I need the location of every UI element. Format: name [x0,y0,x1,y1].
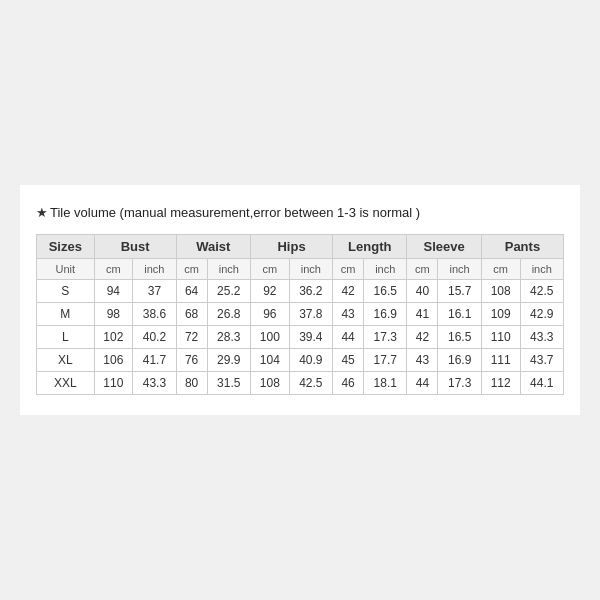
table-row: XL10641.77629.910440.94517.74316.911143.… [37,349,564,372]
size-label: XL [37,349,95,372]
cell-value: 37.8 [289,303,332,326]
cell-value: 42.9 [520,303,564,326]
size-table: Sizes Bust Waist Hips Length Sleeve Pant… [36,234,564,395]
table-row: XXL11043.38031.510842.54618.14417.311244… [37,372,564,395]
sleeve-inch-unit: inch [438,259,481,280]
cell-value: 108 [481,280,520,303]
cell-value: 108 [251,372,290,395]
cell-value: 64 [176,280,207,303]
cell-value: 43.7 [520,349,564,372]
waist-inch-unit: inch [207,259,250,280]
pants-inch-unit: inch [520,259,564,280]
cell-value: 92 [251,280,290,303]
length-header: Length [333,235,407,259]
cell-value: 110 [481,326,520,349]
cell-value: 16.5 [364,280,407,303]
cell-value: 46 [333,372,364,395]
cell-value: 94 [94,280,133,303]
sleeve-cm-unit: cm [407,259,438,280]
waist-cm-unit: cm [176,259,207,280]
pants-cm-unit: cm [481,259,520,280]
cell-value: 15.7 [438,280,481,303]
cell-value: 16.9 [364,303,407,326]
cell-value: 43.3 [133,372,176,395]
cell-value: 28.3 [207,326,250,349]
cell-value: 17.3 [438,372,481,395]
bust-inch-unit: inch [133,259,176,280]
cell-value: 26.8 [207,303,250,326]
cell-value: 112 [481,372,520,395]
pants-header: Pants [481,235,563,259]
cell-value: 102 [94,326,133,349]
cell-value: 16.5 [438,326,481,349]
table-row: L10240.27228.310039.44417.34216.511043.3 [37,326,564,349]
cell-value: 106 [94,349,133,372]
cell-value: 37 [133,280,176,303]
cell-value: 98 [94,303,133,326]
cell-value: 80 [176,372,207,395]
cell-value: 109 [481,303,520,326]
cell-value: 25.2 [207,280,250,303]
cell-value: 111 [481,349,520,372]
cell-value: 110 [94,372,133,395]
cell-value: 44 [333,326,364,349]
table-row: M9838.66826.89637.84316.94116.110942.9 [37,303,564,326]
cell-value: 43 [407,349,438,372]
size-label: S [37,280,95,303]
bust-header: Bust [94,235,176,259]
cell-value: 17.3 [364,326,407,349]
sleeve-header: Sleeve [407,235,481,259]
cell-value: 96 [251,303,290,326]
cell-value: 43.3 [520,326,564,349]
bust-cm-unit: cm [94,259,133,280]
unit-label: Unit [37,259,95,280]
cell-value: 40 [407,280,438,303]
cell-value: 29.9 [207,349,250,372]
length-cm-unit: cm [333,259,364,280]
sizes-header: Sizes [37,235,95,259]
main-container: ★Tile volume (manual measurement,error b… [20,185,580,415]
cell-value: 18.1 [364,372,407,395]
size-label: M [37,303,95,326]
cell-value: 16.9 [438,349,481,372]
cell-value: 16.1 [438,303,481,326]
hips-header: Hips [251,235,333,259]
cell-value: 42.5 [520,280,564,303]
hips-inch-unit: inch [289,259,332,280]
star-icon: ★ [36,205,48,220]
waist-header: Waist [176,235,250,259]
cell-value: 45 [333,349,364,372]
cell-value: 104 [251,349,290,372]
size-label: XXL [37,372,95,395]
cell-value: 68 [176,303,207,326]
cell-value: 31.5 [207,372,250,395]
cell-value: 72 [176,326,207,349]
cell-value: 42 [407,326,438,349]
cell-value: 39.4 [289,326,332,349]
table-row: S94376425.29236.24216.54015.710842.5 [37,280,564,303]
size-label: L [37,326,95,349]
cell-value: 44.1 [520,372,564,395]
cell-value: 17.7 [364,349,407,372]
cell-value: 43 [333,303,364,326]
cell-value: 100 [251,326,290,349]
cell-value: 41 [407,303,438,326]
cell-value: 42.5 [289,372,332,395]
cell-value: 38.6 [133,303,176,326]
cell-value: 41.7 [133,349,176,372]
cell-value: 36.2 [289,280,332,303]
cell-value: 44 [407,372,438,395]
cell-value: 42 [333,280,364,303]
cell-value: 40.2 [133,326,176,349]
hips-cm-unit: cm [251,259,290,280]
cell-value: 76 [176,349,207,372]
cell-value: 40.9 [289,349,332,372]
title-text: ★Tile volume (manual measurement,error b… [36,205,564,220]
length-inch-unit: inch [364,259,407,280]
